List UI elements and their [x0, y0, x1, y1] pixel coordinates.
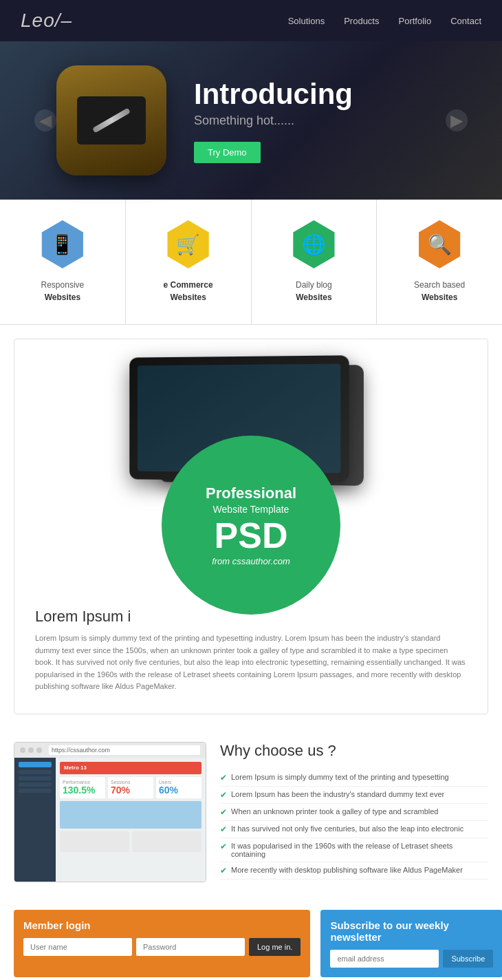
hero-text: Introducing Something hot...... Try Demo — [166, 78, 446, 163]
hex-responsive: 📱 — [39, 220, 87, 268]
screenshot-container: https://cssauthor.com Metro 13 — [14, 742, 206, 882]
why-content: Why choose us ? ✔Lorem Ipsum is simply d… — [220, 742, 488, 882]
hero-icon-inner — [77, 96, 146, 145]
check-icon: ✔ — [220, 773, 227, 782]
why-section: https://cssauthor.com Metro 13 — [0, 728, 502, 896]
nav-contact[interactable]: Contact — [450, 16, 481, 26]
login-button[interactable]: Log me in. — [249, 938, 301, 956]
browser-mockup: https://cssauthor.com Metro 13 — [14, 742, 206, 882]
metric-label: Performance — [63, 780, 102, 785]
promo-circle: Professional Website Template PSD from c… — [162, 436, 340, 615]
hex-blog: 🌐 — [290, 220, 338, 268]
hero-app-icon — [56, 65, 166, 175]
browser-bar: https://cssauthor.com — [14, 743, 206, 758]
subscribe-title: Subscribe to our weekly newsletter — [330, 919, 493, 943]
check-icon: ✔ — [220, 842, 227, 851]
logo: Leo/– — [21, 10, 72, 32]
browser-url: https://cssauthor.com — [49, 745, 200, 755]
subscribe-button[interactable]: Subscribe — [443, 950, 493, 968]
search-icon: 🔍 — [428, 233, 452, 256]
circle-from: from cssauthor.com — [212, 556, 290, 566]
browser-dot-1 — [20, 747, 25, 753]
header: Leo/– Solutions Products Portfolio Conta… — [0, 0, 502, 41]
browser-sidebar — [14, 758, 56, 882]
phone-icon: 📱 — [50, 233, 74, 256]
nav: Solutions Products Portfolio Contact — [288, 16, 481, 26]
feature-ecommerce[interactable]: 🛒 e CommerceWebsites — [126, 200, 252, 324]
browser-main-content: Metro 13 Performance 130.5% Sessions 70%… — [56, 758, 206, 882]
features-section: 📱 ResponsiveWebsites 🛒 e CommerceWebsite… — [0, 200, 502, 325]
chart-bar — [60, 801, 201, 829]
feature-blog-label: Daily blogWebsites — [262, 279, 367, 303]
check-icon: ✔ — [220, 790, 227, 800]
cta-section: Member login Log me in. Subscribe to our… — [14, 910, 488, 977]
globe-icon: 🌐 — [302, 233, 326, 256]
dashboard-metrics: Performance 130.5% Sessions 70% Users 60… — [60, 777, 201, 798]
why-list: ✔Lorem Ipsum is simply dummy text of the… — [220, 769, 488, 880]
list-item: ✔Lorem Ipsum has been the industry's sta… — [220, 787, 488, 804]
metric-box-2: Sessions 70% — [108, 777, 153, 798]
nav-portfolio[interactable]: Portfolio — [398, 16, 431, 26]
tablet-display: Professional Website Template PSD from c… — [28, 353, 474, 491]
email-input[interactable] — [330, 950, 439, 968]
subscribe-fields: Subscribe — [330, 950, 493, 968]
spatula-icon — [92, 108, 131, 134]
check-icon: ✔ — [220, 866, 227, 875]
showcase-section: Professional Website Template PSD from c… — [14, 339, 488, 714]
browser-content: Metro 13 Performance 130.5% Sessions 70%… — [14, 758, 206, 882]
member-fields: Log me in. — [23, 938, 301, 956]
list-item: ✔It was popularised in the 1960s with th… — [220, 838, 488, 862]
list-item: ✔When an unknown printer took a galley o… — [220, 804, 488, 821]
member-title: Member login — [23, 919, 301, 931]
browser-dot-3 — [36, 747, 42, 753]
bottom-charts — [60, 831, 201, 852]
feature-ecommerce-label: e CommerceWebsites — [136, 279, 241, 303]
check-icon: ✔ — [220, 824, 227, 834]
metric-num: 130.5% — [63, 785, 102, 796]
circle-title: Professional — [206, 484, 296, 502]
member-login-box: Member login Log me in. — [14, 910, 310, 977]
circle-sub: Website Template — [213, 504, 290, 515]
list-item: ✔More recently with desktop publishing s… — [220, 862, 488, 880]
hex-ecommerce: 🛒 — [164, 220, 212, 268]
feature-blog[interactable]: 🌐 Daily blogWebsites — [252, 200, 378, 324]
username-input[interactable] — [23, 938, 132, 956]
hero-next-arrow[interactable]: ▶ — [446, 109, 468, 131]
browser-dot-2 — [28, 747, 34, 753]
lorem-body: Lorem Ipsum is simply dummy text of the … — [35, 632, 467, 693]
metric-box-1: Performance 130.5% — [60, 777, 105, 798]
list-item: ✔It has survived not only five centuries… — [220, 821, 488, 838]
try-demo-button[interactable]: Try Demo — [194, 142, 261, 163]
circle-psd: PSD — [215, 518, 288, 553]
metric-box-3: Users 60% — [156, 777, 201, 798]
why-title: Why choose us ? — [220, 742, 488, 760]
subscribe-box: Subscribe to our weekly newsletter Subsc… — [320, 910, 502, 977]
hero-section: ◀ Introducing Something hot...... Try De… — [0, 41, 502, 200]
check-icon: ✔ — [220, 807, 227, 817]
feature-search[interactable]: 🔍 Search basedWebsites — [377, 200, 502, 324]
nav-solutions[interactable]: Solutions — [288, 16, 325, 26]
password-input[interactable] — [136, 938, 245, 956]
browser-header-text: Metro 13 — [64, 765, 87, 771]
feature-search-label: Search basedWebsites — [387, 279, 492, 303]
hero-subtitle: Something hot...... — [194, 114, 418, 128]
showcase-text: Lorem Ipsum i Lorem Ipsum is simply dumm… — [28, 601, 474, 700]
hex-search: 🔍 — [415, 220, 463, 268]
hero-prev-arrow[interactable]: ◀ — [34, 109, 56, 131]
feature-responsive-label: ResponsiveWebsites — [10, 279, 115, 303]
feature-responsive[interactable]: 📱 ResponsiveWebsites — [0, 200, 126, 324]
browser-header-bar: Metro 13 — [60, 762, 201, 774]
hero-title: Introducing — [194, 78, 418, 111]
cart-icon: 🛒 — [176, 233, 200, 256]
list-item: ✔Lorem Ipsum is simply dummy text of the… — [220, 769, 488, 787]
nav-products[interactable]: Products — [344, 16, 379, 26]
